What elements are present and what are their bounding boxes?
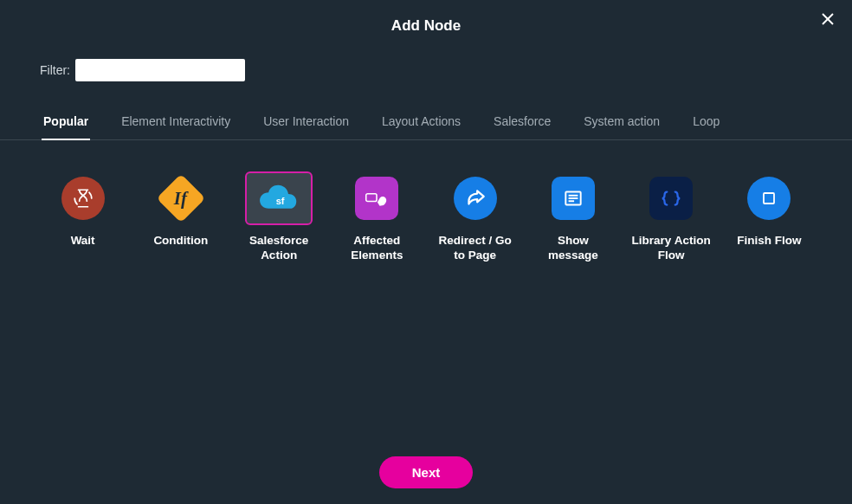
node-icon-wrap — [637, 171, 705, 225]
hand-tap-icon — [355, 177, 398, 220]
close-button[interactable] — [816, 7, 840, 31]
node-redirect[interactable]: Redirect / Go to Page — [434, 171, 516, 263]
category-tabs: Popular Element Interactivity User Inter… — [0, 106, 852, 140]
share-arrow-icon — [454, 177, 497, 220]
node-wait[interactable]: Wait — [42, 171, 124, 249]
node-icon-wrap — [49, 171, 117, 225]
filter-input[interactable] — [75, 59, 245, 81]
node-condition[interactable]: If Condition — [139, 171, 222, 249]
node-label: Wait — [71, 234, 95, 249]
tab-popular[interactable]: Popular — [42, 106, 90, 140]
node-label: Finish Flow — [737, 234, 801, 249]
svg-rect-9 — [767, 203, 771, 204]
tab-system-action[interactable]: System action — [582, 106, 662, 140]
filter-label: Filter: — [40, 63, 70, 77]
node-icon-wrap — [539, 171, 607, 225]
node-icon-wrap: sf — [245, 171, 313, 225]
node-grid: Wait If Condition sf Salesforce Action — [0, 140, 852, 263]
node-affected-elements[interactable]: Affected Elements — [336, 171, 418, 263]
tab-element-interactivity[interactable]: Element Interactivity — [119, 106, 232, 140]
node-show-message[interactable]: Show message — [532, 171, 614, 263]
modal-footer: Next — [0, 456, 852, 488]
node-salesforce-action[interactable]: sf Salesforce Action — [238, 171, 320, 263]
node-label: Show message — [532, 234, 614, 263]
tab-layout-actions[interactable]: Layout Actions — [380, 106, 462, 140]
tab-salesforce[interactable]: Salesforce — [492, 106, 552, 140]
node-icon-wrap: If — [147, 171, 215, 225]
svg-text:sf: sf — [276, 196, 285, 206]
svg-rect-3 — [366, 194, 377, 202]
node-label: Salesforce Action — [238, 234, 320, 263]
diamond-if-icon: If — [157, 174, 206, 223]
node-label: Library Action Flow — [630, 234, 713, 263]
node-icon-wrap — [735, 171, 803, 225]
code-braces-icon — [649, 177, 693, 220]
node-icon-wrap — [343, 171, 410, 225]
node-label: Affected Elements — [336, 234, 418, 263]
node-label: Condition — [153, 234, 208, 249]
node-label: Redirect / Go to Page — [434, 234, 516, 263]
filter-row: Filter: — [0, 59, 852, 81]
next-button[interactable]: Next — [379, 456, 474, 488]
node-icon-wrap — [442, 171, 509, 225]
node-finish-flow[interactable]: Finish Flow — [728, 171, 810, 249]
stop-square-icon — [747, 177, 791, 220]
tab-user-interaction[interactable]: User Interaction — [261, 106, 351, 140]
node-library-action-flow[interactable]: Library Action Flow — [630, 171, 713, 263]
close-icon — [820, 11, 836, 27]
modal-title: Add Node — [0, 0, 852, 52]
hourglass-icon — [61, 177, 105, 220]
add-node-modal: Add Node Filter: Popular Element Interac… — [0, 0, 852, 504]
message-lines-icon — [552, 177, 595, 220]
cloud-sf-icon: sf — [255, 181, 302, 216]
svg-rect-8 — [764, 193, 774, 204]
tab-loop[interactable]: Loop — [691, 106, 721, 140]
